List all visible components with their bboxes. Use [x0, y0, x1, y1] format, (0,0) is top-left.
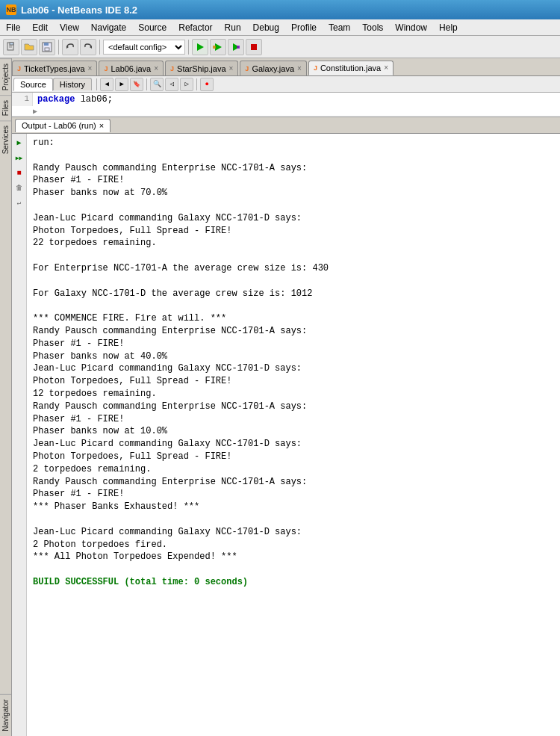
output-line: Phaser #1 - FIRE!: [33, 488, 554, 501]
output-line: Phaser banks now at 70.0%: [33, 187, 554, 200]
toggle-bookmarks[interactable]: 🔖: [130, 78, 143, 91]
java-icon: J: [314, 64, 317, 72]
output-line: Phaser #1 - FIRE!: [33, 413, 554, 426]
rerun-button[interactable]: ▶▶: [13, 152, 25, 164]
output-left-bar: ▶ ▶▶ ■ 🗑 ↵: [12, 134, 27, 736]
profile-project-button[interactable]: [228, 39, 244, 55]
run-project-button[interactable]: [192, 39, 208, 55]
open-project-button[interactable]: [21, 39, 37, 55]
vertical-tabs: Projects Files Services Navigator: [0, 58, 12, 736]
close-tab-icon[interactable]: ×: [229, 65, 234, 72]
main-toolbar: <default config>: [0, 36, 560, 58]
menu-window[interactable]: Window: [389, 19, 433, 35]
back-button[interactable]: ◀: [100, 78, 113, 91]
output-text-area: run: Randy Pausch commanding Enterprise …: [27, 134, 560, 736]
close-tab-icon[interactable]: ×: [297, 65, 302, 72]
file-tab-starship[interactable]: J StarShip.java ×: [165, 61, 238, 75]
file-tab-galaxy[interactable]: J Galaxy.java ×: [240, 61, 307, 75]
undo-button[interactable]: [62, 39, 78, 55]
file-tab-bar: J TicketTypes.java × J Lab06.java × J St…: [12, 58, 560, 76]
menu-view[interactable]: View: [54, 19, 85, 35]
output-line: Phaser banks now at 40.0%: [33, 350, 554, 363]
stop-button[interactable]: [246, 39, 262, 55]
output-line: [33, 149, 554, 162]
content-area: J TicketTypes.java × J Lab06.java × J St…: [12, 58, 560, 736]
menu-run[interactable]: Run: [219, 19, 247, 35]
menu-profile[interactable]: Profile: [285, 19, 323, 35]
svg-rect-5: [44, 43, 49, 46]
output-line: *** All Photon Torpedoes Expended! ***: [33, 551, 554, 563]
sep3: [196, 78, 197, 90]
add-breakpoint[interactable]: ●: [200, 78, 214, 91]
svg-rect-13: [237, 46, 240, 49]
svg-marker-10: [215, 43, 222, 51]
output-line: Phaser banks now at 10.0%: [33, 425, 554, 438]
output-line: [33, 200, 554, 212]
file-tab-lab06[interactable]: J Lab06.java ×: [99, 61, 164, 75]
file-tab-tickettypes[interactable]: J TicketTypes.java ×: [12, 61, 97, 75]
menu-team[interactable]: Team: [323, 19, 356, 35]
next-occur[interactable]: ▷: [180, 78, 193, 91]
navigator-tab[interactable]: Navigator: [0, 694, 11, 736]
history-tab[interactable]: History: [53, 78, 92, 90]
java-icon: J: [245, 65, 249, 72]
menu-file[interactable]: File: [0, 19, 26, 35]
output-line: Jean-Luc Picard commanding Galaxy NCC-17…: [33, 362, 554, 375]
projects-tab[interactable]: Projects: [0, 58, 11, 95]
output-line: [33, 513, 554, 526]
close-tab-icon[interactable]: ×: [384, 64, 388, 72]
config-select[interactable]: <default config>: [103, 40, 185, 55]
run-again-button[interactable]: ▶: [13, 137, 25, 149]
output-line: [33, 275, 554, 288]
files-tab[interactable]: Files: [0, 95, 11, 120]
output-line: 2 torpedoes remaining.: [33, 463, 554, 476]
redo-button[interactable]: [80, 39, 96, 55]
java-icon: J: [170, 65, 174, 72]
output-line: For Galaxy NCC-1701-D the average crew s…: [33, 288, 554, 300]
output-tab[interactable]: Output - Lab06 (run) ×: [15, 119, 111, 132]
output-line: Phaser #1 - FIRE!: [33, 174, 554, 187]
fwd-button[interactable]: ▶: [115, 78, 128, 91]
prev-occur[interactable]: ◁: [165, 78, 178, 91]
output-line: run:: [33, 137, 554, 149]
source-history-bar: Source History ◀ ▶ 🔖 🔍 ◁ ▷ ●: [12, 76, 560, 93]
wrap-button[interactable]: ↵: [13, 197, 25, 208]
save-all-button[interactable]: [39, 39, 55, 55]
svg-rect-11: [213, 46, 216, 49]
new-project-button[interactable]: [3, 39, 19, 55]
menu-debug[interactable]: Debug: [247, 19, 285, 35]
svg-rect-1: [10, 43, 13, 45]
debug-project-button[interactable]: [210, 39, 226, 55]
close-output-icon[interactable]: ×: [99, 121, 104, 130]
find-button[interactable]: 🔍: [150, 78, 164, 91]
output-line: [33, 250, 554, 262]
file-tab-label: StarShip.java: [177, 64, 225, 73]
stop-output-button[interactable]: ■: [13, 167, 25, 179]
sep2: [146, 78, 147, 90]
clear-button[interactable]: 🗑: [13, 182, 25, 194]
menu-navigate[interactable]: Navigate: [85, 19, 132, 35]
file-tab-constitution[interactable]: J Constitution.java ×: [308, 61, 393, 75]
output-line: Jean-Luc Picard commanding Galaxy NCC-17…: [33, 212, 554, 225]
output-line: Randy Pausch commanding Enterprise NCC-1…: [33, 162, 554, 175]
output-line: [33, 563, 554, 576]
collapse-icon[interactable]: ▶: [33, 107, 37, 116]
output-tab-label: Output - Lab06 (run): [22, 121, 96, 130]
menu-tools[interactable]: Tools: [356, 19, 389, 35]
close-tab-icon[interactable]: ×: [88, 65, 93, 72]
menu-source[interactable]: Source: [132, 19, 172, 35]
menu-edit[interactable]: Edit: [26, 19, 54, 35]
output-line: 22 torpedoes remaining.: [33, 237, 554, 250]
source-tab[interactable]: Source: [13, 78, 53, 91]
menu-help[interactable]: Help: [433, 19, 464, 35]
close-tab-icon[interactable]: ×: [154, 65, 158, 72]
menu-refactor[interactable]: Refactor: [172, 19, 218, 35]
code-content[interactable]: package lab06;: [33, 93, 560, 106]
output-line: [33, 300, 554, 312]
services-tab[interactable]: Services: [0, 120, 11, 158]
output-line: 12 torpedoes remaining.: [33, 388, 554, 401]
line-numbers: 1: [12, 93, 33, 106]
app-icon: NB: [6, 4, 16, 15]
menu-bar: File Edit View Navigate Source Refactor …: [0, 19, 560, 36]
output-line: BUILD SUCCESSFUL (total time: 0 seconds): [33, 576, 554, 589]
